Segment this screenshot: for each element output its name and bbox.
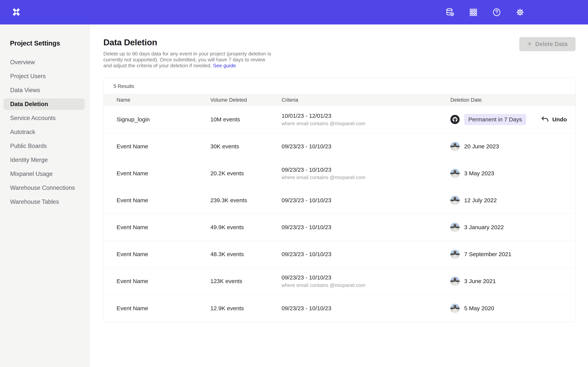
app-window: Project Settings OverviewProject UsersDa… bbox=[0, 0, 588, 367]
row-event-name: Event Name bbox=[117, 278, 210, 284]
sidebar-item-service-accounts[interactable]: Service Accounts bbox=[3, 112, 85, 124]
user-avatar bbox=[450, 277, 459, 286]
undo-icon bbox=[541, 115, 549, 124]
sidebar-nav: OverviewProject UsersData ViewsData Dele… bbox=[0, 57, 90, 210]
row-volume-deleted: 30K events bbox=[210, 143, 282, 150]
table-header-row: Name Volume Deleted Criteria Deletion Da… bbox=[104, 94, 576, 106]
results-count: 5 Results bbox=[104, 78, 576, 94]
page-title: Data Deletion bbox=[103, 37, 588, 47]
column-header-criteria: Criteria bbox=[282, 97, 450, 103]
row-volume-deleted: 20.2K events bbox=[210, 170, 282, 177]
row-deletion-date: 3 January 2022 bbox=[450, 223, 576, 232]
row-deletion-date: 5 May 2020 bbox=[450, 304, 576, 313]
user-avatar bbox=[450, 196, 459, 205]
row-criteria: 09/23/23 - 10/10/23where email contains … bbox=[282, 167, 450, 180]
top-navigation-bar bbox=[0, 0, 588, 25]
user-avatar bbox=[450, 115, 459, 124]
row-event-name: Event Name bbox=[117, 251, 210, 258]
sidebar-item-project-users[interactable]: Project Users bbox=[3, 71, 85, 82]
row-criteria: 09/23/23 - 10/10/23 bbox=[282, 224, 450, 231]
topbar-icon-group bbox=[445, 8, 588, 17]
help-icon bbox=[492, 8, 502, 17]
deletion-date-text: 3 June 2021 bbox=[464, 278, 496, 284]
main-content: Data Deletion Delete up to 90 days data … bbox=[90, 25, 588, 367]
sidebar-item-mixpanel-usage[interactable]: Mixpanel Usage bbox=[3, 168, 85, 180]
criteria-date-range: 09/23/23 - 10/10/23 bbox=[282, 143, 450, 150]
criteria-condition: where email contains @mixpanel.com bbox=[282, 175, 450, 180]
table-row: Event Name30K events09/23/23 - 10/10/232… bbox=[104, 133, 576, 160]
column-header-name: Name bbox=[117, 97, 210, 103]
mixpanel-x-icon bbox=[12, 8, 21, 17]
row-deletion-date: 7 September 2021 bbox=[450, 250, 576, 259]
table-row: Event Name123K events09/23/23 - 10/10/23… bbox=[104, 268, 576, 295]
row-event-name: Event Name bbox=[117, 305, 210, 312]
settings-button[interactable] bbox=[515, 8, 525, 17]
sidebar-item-autotrack[interactable]: Autotrack bbox=[3, 126, 85, 138]
row-volume-deleted: 49.9K events bbox=[210, 224, 282, 231]
table-row: Event Name48.3K events09/23/23 - 10/10/2… bbox=[104, 241, 576, 268]
help-button[interactable] bbox=[492, 8, 502, 17]
row-event-name: Event Name bbox=[117, 224, 210, 231]
table-row: Signup_login10M events10/01/23 - 12/01/2… bbox=[104, 106, 576, 133]
row-deletion-date: 3 June 2021 bbox=[450, 277, 576, 286]
row-volume-deleted: 123K events bbox=[210, 278, 282, 284]
sidebar-item-warehouse-tables[interactable]: Warehouse Tables bbox=[3, 196, 85, 208]
settings-sidebar: Project Settings OverviewProject UsersDa… bbox=[0, 25, 90, 367]
sidebar-item-overview[interactable]: Overview bbox=[3, 57, 85, 68]
row-volume-deleted: 48.3K events bbox=[210, 251, 282, 258]
row-volume-deleted: 10M events bbox=[210, 116, 282, 123]
undo-label: Undo bbox=[552, 116, 567, 123]
user-avatar bbox=[450, 250, 459, 259]
apps-grid-button[interactable] bbox=[468, 8, 478, 17]
delete-data-button[interactable]: + Delete Data bbox=[519, 37, 576, 51]
table-row: Event Name12.9K events09/23/23 - 10/10/2… bbox=[104, 295, 576, 322]
row-criteria: 09/23/23 - 10/10/23 bbox=[282, 305, 450, 312]
gear-icon bbox=[515, 8, 525, 17]
row-criteria: 09/23/23 - 10/10/23where email contains … bbox=[282, 274, 450, 288]
row-volume-deleted: 12.9K events bbox=[210, 305, 282, 312]
table-row: Event Name239.3K events09/23/23 - 10/10/… bbox=[104, 187, 576, 214]
sidebar-item-warehouse-connections[interactable]: Warehouse Connections bbox=[3, 182, 85, 194]
criteria-date-range: 09/23/23 - 10/10/23 bbox=[282, 251, 450, 258]
deletion-date-text: 20 June 2023 bbox=[464, 143, 499, 150]
deletion-date-text: 3 January 2022 bbox=[464, 224, 504, 231]
row-deletion-date: 20 June 2023 bbox=[450, 142, 576, 151]
row-criteria: 09/23/23 - 10/10/23 bbox=[282, 143, 450, 150]
criteria-date-range: 09/23/23 - 10/10/23 bbox=[282, 197, 450, 204]
row-deletion-date: Permanent in 7 DaysUndo bbox=[450, 114, 576, 125]
data-management-button[interactable] bbox=[445, 8, 455, 17]
row-event-name: Signup_login bbox=[117, 116, 210, 123]
plus-icon: + bbox=[527, 40, 532, 48]
undo-button[interactable]: Undo bbox=[541, 115, 567, 124]
table-row: Event Name49.9K events09/23/23 - 10/10/2… bbox=[104, 214, 576, 241]
delete-data-button-label: Delete Data bbox=[535, 41, 568, 48]
row-event-name: Event Name bbox=[117, 170, 210, 177]
deletion-table-card: 5 Results Name Volume Deleted Criteria D… bbox=[103, 77, 576, 322]
criteria-date-range: 09/23/23 - 10/10/23 bbox=[282, 224, 450, 231]
criteria-date-range: 10/01/23 - 12/01/23 bbox=[282, 113, 450, 119]
mixpanel-logo[interactable] bbox=[11, 7, 22, 18]
status-badge: Permanent in 7 Days bbox=[464, 114, 526, 125]
criteria-date-range: 09/23/23 - 10/10/23 bbox=[282, 305, 450, 312]
sidebar-item-public-boards[interactable]: Public Boards bbox=[3, 140, 85, 152]
row-volume-deleted: 239.3K events bbox=[210, 197, 282, 204]
row-deletion-date: 3 May 2023 bbox=[450, 169, 576, 178]
row-criteria: 09/23/23 - 10/10/23 bbox=[282, 251, 450, 258]
database-gear-icon bbox=[445, 8, 455, 17]
sidebar-item-data-views[interactable]: Data Views bbox=[3, 84, 85, 96]
table-body: Signup_login10M events10/01/23 - 12/01/2… bbox=[104, 106, 576, 322]
user-avatar bbox=[450, 223, 459, 232]
row-event-name: Event Name bbox=[117, 143, 210, 150]
sidebar-item-identity-merge[interactable]: Identity Merge bbox=[3, 154, 85, 166]
apps-grid-icon bbox=[469, 8, 478, 17]
criteria-condition: where email contains @mixpanel.com bbox=[282, 121, 450, 126]
row-criteria: 10/01/23 - 12/01/23where email contains … bbox=[282, 113, 450, 126]
row-event-name: Event Name bbox=[117, 197, 210, 204]
deletion-date-text: 5 May 2020 bbox=[464, 305, 494, 312]
deletion-date-text: 12 July 2022 bbox=[464, 197, 497, 204]
see-guide-link[interactable]: See guide bbox=[213, 63, 236, 68]
deletion-date-text: 3 May 2023 bbox=[464, 170, 494, 177]
description-text: Delete up to 90 days data for any event … bbox=[103, 51, 271, 68]
sidebar-item-data-deletion[interactable]: Data Deletion bbox=[3, 99, 85, 110]
row-deletion-date: 12 July 2022 bbox=[450, 196, 576, 205]
